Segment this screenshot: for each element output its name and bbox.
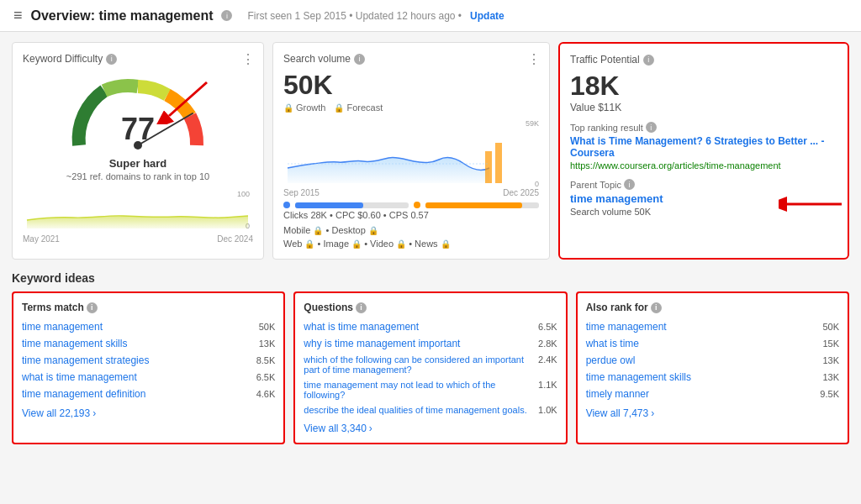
q-link-4[interactable]: time management may not lead to which of…	[304, 380, 527, 400]
impressions-bar-bg	[425, 202, 539, 208]
tp-ranking-info-icon[interactable]: i	[646, 122, 657, 133]
list-item: time management 50K	[586, 318, 839, 335]
sv-device: Mobile 🔒 • Desktop 🔒	[283, 225, 539, 235]
term-value-3: 8.5K	[246, 355, 275, 365]
svg-text:59K: 59K	[526, 119, 539, 128]
impressions-bar-fill	[425, 202, 522, 208]
tp-parent-info-icon[interactable]: i	[624, 179, 635, 190]
forecast-toggle[interactable]: 🔒 Forecast	[334, 102, 383, 113]
ideas-grid: Terms match i time management 50K time m…	[12, 291, 849, 444]
list-item: time management definition 4.6K	[22, 386, 275, 402]
keyword-ideas-title: Keyword ideas	[12, 271, 849, 285]
term-link-3[interactable]: time management strategies	[22, 354, 246, 366]
tp-ranking-title: Top ranking result i	[570, 122, 837, 133]
sv-value: 50K	[283, 70, 539, 101]
tp-card-title: Traffic Potential i	[570, 54, 837, 66]
ar-link-2[interactable]: what is time	[586, 338, 810, 349]
parent-topic-arrow	[779, 187, 846, 221]
svg-rect-9	[495, 143, 502, 183]
term-value-1: 50K	[246, 322, 275, 332]
chevron-right-icon: ›	[651, 407, 654, 419]
also-rank-info-icon[interactable]: i	[651, 302, 662, 313]
q-value-4: 1.1K	[528, 380, 557, 390]
svg-line-1	[169, 82, 207, 116]
sv-types: Web 🔒 • Image 🔒 • Video 🔒 • News 🔒	[283, 239, 539, 249]
q-value-3: 2.4K	[528, 354, 557, 365]
ar-value-4: 13K	[810, 372, 839, 382]
questions-card: Questions i what is time management 6.5K…	[293, 291, 567, 444]
clicks-dot	[283, 202, 290, 208]
ar-link-5[interactable]: timely manner	[586, 388, 810, 400]
clicks-bar-fill	[295, 202, 363, 208]
q-value-2: 2.8K	[528, 339, 557, 349]
questions-view-all[interactable]: View all 3,340 ›	[304, 423, 557, 434]
kd-info-icon[interactable]: i	[106, 54, 117, 65]
q-link-5[interactable]: describe the ideal qualities of time man…	[304, 405, 527, 415]
list-item: why is time management important 2.8K	[304, 335, 557, 352]
also-rank-view-all[interactable]: View all 7,473 ›	[586, 407, 839, 419]
list-item: what is time 15K	[586, 335, 839, 352]
term-value-5: 4.6K	[246, 389, 275, 399]
ar-value-1: 50K	[810, 322, 839, 332]
update-link[interactable]: Update	[470, 10, 504, 22]
ar-link-3[interactable]: perdue owl	[586, 354, 810, 366]
terms-match-title: Terms match i	[22, 302, 275, 313]
q-value-5: 1.0K	[528, 405, 557, 415]
questions-list: what is time management 6.5K why is time…	[304, 318, 557, 417]
sv-menu[interactable]: ⋮	[527, 51, 541, 67]
list-item: what is time management 6.5K	[304, 318, 557, 335]
red-arrow-icon	[152, 78, 211, 124]
keyword-ideas-section: Keyword ideas Terms match i time managem…	[12, 271, 849, 444]
main-content: Keyword Difficulty i ⋮	[0, 32, 861, 454]
questions-title: Questions i	[304, 302, 557, 313]
tp-ranking-url[interactable]: https://www.coursera.org/articles/time-m…	[570, 160, 837, 171]
terms-match-info-icon[interactable]: i	[87, 302, 98, 313]
list-item: timely manner 9.5K	[586, 386, 839, 402]
list-item: time management 50K	[22, 318, 275, 335]
ar-link-1[interactable]: time management	[586, 321, 810, 333]
tp-sub: Value $11K	[570, 102, 837, 113]
also-rank-list: time management 50K what is time 15K per…	[586, 318, 839, 402]
gauge-label: Super hard	[23, 157, 253, 170]
traffic-potential-card: Traffic Potential i 18K Value $11K Top r…	[558, 42, 849, 260]
terms-match-view-all[interactable]: View all 22,193 ›	[22, 407, 275, 419]
ar-value-5: 9.5K	[810, 389, 839, 399]
sv-toggles: 🔒 Growth 🔒 Forecast	[283, 102, 539, 113]
sv-info-icon[interactable]: i	[354, 54, 365, 65]
also-rank-for-card: Also rank for i time management 50K what…	[576, 291, 849, 444]
svg-text:0: 0	[535, 180, 539, 188]
list-item: which of the following can be considered…	[304, 352, 557, 377]
q-link-2[interactable]: why is time management important	[304, 338, 527, 349]
kd-menu[interactable]: ⋮	[241, 51, 255, 67]
term-link-1[interactable]: time management	[22, 321, 246, 333]
term-link-2[interactable]: time management skills	[22, 338, 246, 349]
sv-stats: Clicks 28K • CPC $0.60 • CPS 0.57	[283, 210, 539, 220]
sv-card-title: Search volume i	[283, 53, 539, 65]
list-item: time management skills 13K	[22, 335, 275, 352]
q-link-1[interactable]: what is time management	[304, 321, 527, 333]
questions-info-icon[interactable]: i	[356, 302, 367, 313]
ar-link-4[interactable]: time management skills	[586, 371, 810, 383]
chevron-right-icon: ›	[369, 423, 372, 434]
list-item: time management strategies 8.5K	[22, 352, 275, 369]
list-item: what is time management 6.5K	[22, 369, 275, 386]
svg-text:100: 100	[237, 190, 250, 198]
page-title: Overview: time management	[31, 8, 214, 24]
top-cards-row: Keyword Difficulty i ⋮	[12, 42, 849, 260]
meta-text: First seen 1 Sep 2015 • Updated 12 hours…	[247, 10, 462, 22]
term-link-4[interactable]: what is time management	[22, 371, 246, 383]
clicks-bar-bg	[295, 202, 409, 208]
search-volume-card: Search volume i ⋮ 50K 🔒 Growth 🔒 Forecas…	[272, 42, 550, 260]
hamburger-menu[interactable]: ≡	[13, 7, 23, 24]
chevron-right-icon: ›	[92, 407, 96, 419]
q-link-3[interactable]: which of the following can be considered…	[304, 354, 527, 375]
term-link-5[interactable]: time management definition	[22, 388, 246, 400]
tp-info-icon[interactable]: i	[643, 55, 654, 66]
tp-ranking-link[interactable]: What is Time Management? 6 Strategies to…	[570, 135, 837, 159]
ar-value-2: 15K	[810, 339, 839, 349]
ar-value-3: 13K	[810, 355, 839, 365]
terms-match-list: time management 50K time management skil…	[22, 318, 275, 402]
title-info-icon[interactable]: i	[221, 10, 232, 21]
growth-toggle[interactable]: 🔒 Growth	[283, 102, 325, 113]
impressions-dot	[414, 202, 420, 208]
